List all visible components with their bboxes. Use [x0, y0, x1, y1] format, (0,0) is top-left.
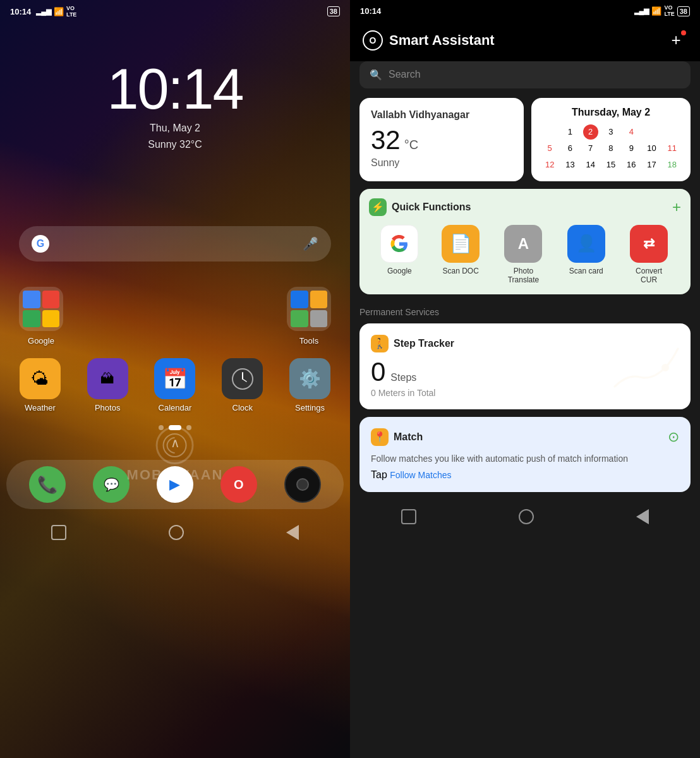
- qf-convert-cur[interactable]: ⇄ Convert CUR: [629, 225, 670, 285]
- plus-icon: +: [671, 30, 680, 50]
- app-folder-row: Google Tools: [13, 287, 337, 346]
- cal-cell-4: 4: [624, 124, 639, 140]
- settings-app[interactable]: ⚙️ Settings: [289, 358, 330, 412]
- step-icon: 🚶: [373, 337, 386, 349]
- camera-dock-icon[interactable]: [284, 466, 321, 503]
- nav-home-btn[interactable]: [169, 525, 184, 540]
- left-panel: 10:14 ▂▄▆ 📶 VOLTE 38 10:14 Thu, May 2 Su…: [0, 0, 350, 758]
- google-folder-label: Google: [28, 336, 54, 346]
- qf-google-icon: [380, 225, 418, 263]
- clock-icon: [222, 358, 263, 399]
- apps-row: 🌤 Weather 🏔 Photos 📅 Calendar Clock ⚙️ S…: [6, 358, 344, 412]
- right-time-status: 10:14: [360, 6, 381, 16]
- photos-app[interactable]: 🏔 Photos: [87, 358, 128, 412]
- nav-back-btn[interactable]: [286, 525, 299, 540]
- logo-letter: O: [370, 35, 377, 45]
- step-title: Step Tracker: [394, 338, 454, 349]
- svg-point-4: [661, 364, 669, 371]
- messages-dock-icon[interactable]: 💬: [93, 466, 130, 503]
- qf-google[interactable]: Google: [380, 225, 418, 285]
- dot-1: [159, 425, 164, 430]
- status-right-left: 38: [327, 6, 340, 16]
- calendar-app[interactable]: 📅 Calendar: [154, 358, 195, 412]
- add-button[interactable]: +: [665, 29, 687, 52]
- match-icon-box: 📍: [371, 428, 389, 446]
- right-search-bar[interactable]: 🔍 Search: [359, 61, 691, 88]
- follow-matches-link[interactable]: Follow Matches: [390, 470, 451, 480]
- left-nav-bar: [0, 515, 350, 550]
- playstore-dock-icon[interactable]: ▶: [157, 466, 193, 503]
- nav-recent-btn[interactable]: [51, 525, 66, 540]
- calendar-card[interactable]: Thursday, May 2 1 2 3 4 5 6 7 8 9 10: [531, 98, 691, 181]
- match-card[interactable]: 📍 Match ⊙ Follow matches you like with a…: [359, 417, 691, 492]
- weather-label: Weather: [25, 403, 56, 412]
- right-nav-recent[interactable]: [401, 509, 416, 524]
- match-header: 📍 Match ⊙: [371, 428, 679, 446]
- weather-app[interactable]: 🌤 Weather: [20, 358, 61, 412]
- right-panel: 10:14 ▂▄▆ 📶 VOLTE 38 O Smart Assistant +…: [350, 0, 700, 758]
- right-nav-home[interactable]: [519, 509, 534, 524]
- qf-scan-doc-icon: 📄: [442, 225, 480, 263]
- tools-folder[interactable]: Tools: [287, 287, 331, 346]
- wifi-icon: 📶: [54, 7, 64, 16]
- swipe-hint: ∧: [0, 435, 350, 450]
- page-dots: [0, 425, 350, 430]
- qf-icon-box: ⚡: [369, 198, 387, 216]
- cal-cell-1: 1: [562, 124, 577, 140]
- cal-cell: [542, 124, 557, 140]
- qf-header: ⚡ Quick Functions +: [369, 198, 681, 216]
- left-time-status: 10:14: [10, 7, 31, 16]
- opera-dock-icon[interactable]: O: [220, 466, 257, 503]
- calendar-grid: 1 2 3 4 5 6 7 8 9 10 11 12 13: [540, 124, 682, 172]
- step-icon-box: 🚶: [371, 335, 389, 352]
- dot-3: [186, 425, 191, 430]
- phone-dock-icon[interactable]: 📞: [29, 466, 66, 503]
- date-display-line1: Thu, May 2: [0, 123, 350, 134]
- cal-cell-17: 17: [644, 157, 660, 172]
- right-battery: 38: [677, 6, 690, 16]
- google-search-bar[interactable]: G 🎤: [19, 226, 331, 262]
- calendar-icon: 📅: [154, 358, 195, 399]
- cal-cell-empty2: [665, 124, 680, 140]
- mic-icon[interactable]: 🎤: [303, 236, 318, 251]
- step-tracker-card[interactable]: 🚶 Step Tracker 0 Steps 0 Meters in Total: [359, 323, 691, 409]
- weather-icon: 🌤: [20, 358, 61, 399]
- qf-scan-doc[interactable]: 📄 Scan DOC: [442, 225, 480, 285]
- qf-add-icon[interactable]: +: [672, 198, 681, 216]
- permanent-services-label: Permanent Services: [359, 302, 691, 323]
- right-nav-back[interactable]: [636, 509, 649, 524]
- google-folder[interactable]: Google: [19, 287, 63, 346]
- qf-convert-cur-label: Convert CUR: [629, 267, 670, 285]
- match-description: Follow matches you like with automatic p…: [371, 452, 679, 466]
- qf-scan-card-label: Scan card: [569, 267, 603, 275]
- tools-folder-label: Tools: [299, 336, 318, 346]
- google-folder-icon: [19, 287, 63, 331]
- cal-cell-11: 11: [665, 141, 680, 156]
- battery-indicator-left: 38: [327, 6, 340, 16]
- clock-display: 10:14: [0, 61, 350, 117]
- right-header: O Smart Assistant +: [350, 23, 700, 61]
- right-wifi-icon: 📶: [651, 6, 661, 16]
- weather-calendar-row: Vallabh Vidhyanagar 32 °C Sunny Thursday…: [359, 98, 691, 181]
- match-settings-icon[interactable]: ⊙: [668, 429, 679, 445]
- svg-line-2: [243, 379, 246, 382]
- weather-card[interactable]: Vallabh Vidhyanagar 32 °C Sunny: [359, 98, 524, 181]
- photos-label: Photos: [95, 403, 120, 412]
- header-left: O Smart Assistant: [363, 30, 495, 51]
- cal-cell-7: 7: [583, 141, 598, 156]
- qf-photo-translate[interactable]: A Photo Translate: [503, 225, 544, 285]
- cal-cell-16: 16: [624, 157, 639, 172]
- cal-cell-5: 5: [542, 141, 557, 156]
- clock-app[interactable]: Clock: [222, 358, 263, 412]
- settings-label: Settings: [295, 403, 325, 412]
- right-signal-icon: ▂▄▆: [634, 7, 649, 15]
- signal-icon: ▂▄▆: [36, 8, 51, 16]
- assistant-title: Smart Assistant: [389, 32, 495, 49]
- cal-cell-13: 13: [562, 157, 577, 172]
- qf-scan-card[interactable]: 👤 Scan card: [567, 225, 605, 285]
- calendar-month: Thursday, May 2: [540, 107, 682, 118]
- clock-label: Clock: [232, 403, 253, 412]
- time-display: 10:14 Thu, May 2 Sunny 32°C: [0, 61, 350, 150]
- cal-cell-12: 12: [542, 157, 557, 172]
- step-path-decoration: [608, 336, 684, 395]
